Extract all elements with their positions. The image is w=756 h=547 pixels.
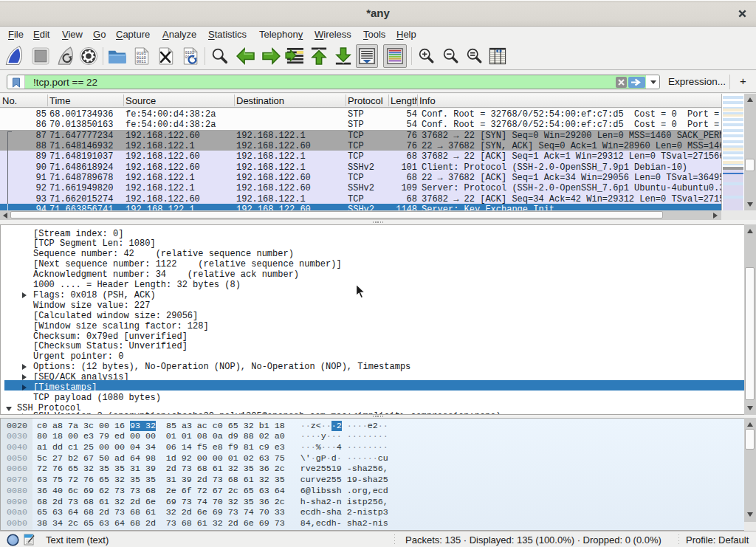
svg-text:0011: 0011 (137, 59, 147, 64)
